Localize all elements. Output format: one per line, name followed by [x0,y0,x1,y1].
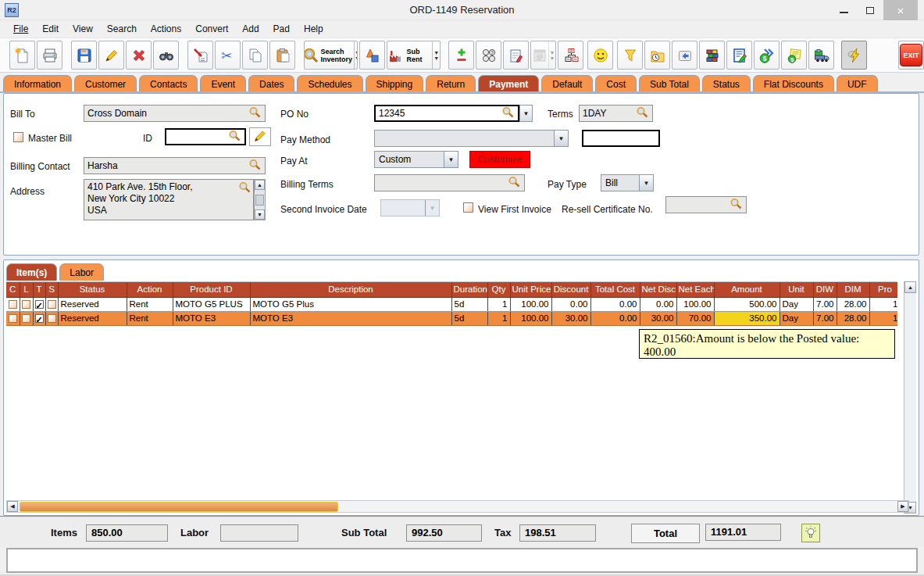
column-header-pro[interactable]: Pro [869,282,897,297]
print-button[interactable] [37,41,62,70]
id-field[interactable] [165,128,246,145]
column-header-status[interactable]: Status [58,282,127,297]
quick-action-button[interactable] [841,41,867,70]
cell-dim[interactable]: 28.00 [837,297,869,311]
cell-qty[interactable]: 1 [487,311,510,325]
billing-terms-field[interactable] [374,174,525,191]
row-checkbox-c[interactable] [6,311,20,325]
cell-status[interactable]: Reserved [58,297,127,311]
items-tab-labor[interactable]: Labor [59,263,104,281]
pay-type-combo[interactable]: Bill▼ [601,174,654,191]
search-icon[interactable] [636,106,649,120]
tab-event[interactable]: Event [200,75,246,92]
column-header-net-disc[interactable]: Net Disc [640,282,676,297]
tab-dates[interactable]: Dates [248,75,294,92]
new-order-button[interactable] [9,41,35,70]
cell-diw[interactable]: 7.00 [813,297,837,311]
resell-cert-field[interactable] [665,196,747,213]
menu-add[interactable]: Add [235,22,266,36]
column-header-qty[interactable]: Qty [487,282,510,297]
column-header-dim[interactable]: DIM [837,282,869,297]
items-tab-items[interactable]: Item(s) [6,263,57,281]
scroll-right-icon[interactable]: ▶ [897,501,908,512]
tab-sub-total[interactable]: Sub Total [639,75,700,92]
row-checkbox-l[interactable] [20,297,33,311]
table-row[interactable]: ✓ReservedRentMOTO G5 PLUSMOTO G5 Plus5d1… [6,297,897,311]
minimize-button[interactable] [830,0,857,20]
menu-edit[interactable]: Edit [35,22,66,36]
scroll-up-icon[interactable]: ▲ [255,180,265,190]
terms-field[interactable]: 1DAY [579,105,653,122]
scroll-up-icon[interactable]: ▲ [904,281,916,293]
cell-status[interactable]: Reserved [58,311,127,325]
find-button[interactable] [153,41,179,70]
calendar-button[interactable]: 12▼▼ [530,41,556,70]
bill-to-field[interactable]: Cross Domain [84,105,266,122]
column-header-description[interactable]: Description [250,282,451,297]
billing-notes-button[interactable]: $ [781,41,807,70]
paste-button[interactable] [269,41,295,70]
cell-product-id[interactable]: MOTO G5 PLUS [173,297,250,311]
search-icon[interactable] [501,106,515,120]
tab-status[interactable]: Status [702,75,751,92]
save-button[interactable] [71,41,97,70]
chevron-down-icon[interactable]: ▼▼ [548,41,555,69]
tab-information[interactable]: Information [3,75,72,92]
cell-amount[interactable]: 500.00 [714,297,780,311]
column-header-duration[interactable]: Duration [451,282,487,297]
row-checkbox-t[interactable]: ✓ [33,297,45,311]
tab-shipping[interactable]: Shipping [366,75,424,92]
kit-button[interactable]: ? [476,41,501,70]
master-bill-checkbox[interactable] [13,132,23,142]
search-icon[interactable] [228,130,241,144]
row-checkbox-l[interactable] [20,311,33,325]
menu-help[interactable]: Help [297,22,330,36]
cell-unit[interactable]: Day [780,297,813,311]
column-header-unit[interactable]: Unit [780,282,813,297]
tab-payment[interactable]: Payment [478,75,539,92]
shipping-truck-button[interactable] [808,41,834,70]
cell-unit[interactable]: Day [780,311,813,325]
tab-customer[interactable]: Customer [74,75,137,92]
search-icon[interactable] [248,159,262,173]
feedback-button[interactable] [587,41,613,70]
menu-convert[interactable]: Convert [188,22,235,36]
chevron-down-icon[interactable]: ▼▼ [354,41,358,69]
maximize-button[interactable] [857,0,883,20]
tab-udf[interactable]: UDF [837,75,878,92]
add-remove-button[interactable] [448,41,474,70]
pay-method-combo[interactable]: ▼ [374,130,569,147]
grid-horizontal-scrollbar[interactable]: ◀ ▶ [6,500,909,513]
row-checkbox-s[interactable] [45,297,58,311]
assets-button[interactable] [359,41,385,70]
sub-rent-button[interactable]: Sub Rent▼▼ [387,41,441,70]
cell-duration[interactable]: 5d [451,311,487,325]
cell-amount[interactable]: 350.00 [714,311,780,325]
cell-diw[interactable]: 7.00 [813,311,837,325]
address-scrollbar[interactable]: ▲ ▼ [254,179,266,220]
history-folder-button[interactable] [644,41,670,70]
cell-action[interactable]: Rent [127,311,173,325]
search-icon[interactable] [508,176,521,190]
delete-button[interactable] [126,41,152,70]
column-header-c[interactable]: C [6,282,20,297]
inventory-blocks-button[interactable] [699,41,725,70]
tab-schedules[interactable]: Schedules [297,75,362,92]
search-inventory-button[interactable]: Search Inventory▼▼ [304,41,358,70]
menu-pad[interactable]: Pad [266,22,297,36]
cell-description[interactable]: MOTO E3 [250,311,451,325]
column-header-t[interactable]: T [33,282,45,297]
edit-document-button[interactable] [726,41,752,70]
edit-button[interactable] [98,41,124,70]
cell-net-disc[interactable]: 30.00 [640,311,676,325]
scroll-thumb[interactable] [20,502,338,512]
po-no-dropdown-button[interactable]: ▼ [519,105,533,122]
column-header-discount[interactable]: Discount [551,282,590,297]
view-first-invoice-checkbox[interactable] [463,202,473,213]
notes-button[interactable] [503,41,529,70]
billing-contact-field[interactable]: Harsha [84,157,266,174]
cell-net-disc[interactable]: 0.00 [640,297,676,311]
copy-button[interactable] [242,41,268,70]
cell-total-cost[interactable]: 0.00 [590,297,640,311]
pay-method-extra-field[interactable] [582,130,660,147]
